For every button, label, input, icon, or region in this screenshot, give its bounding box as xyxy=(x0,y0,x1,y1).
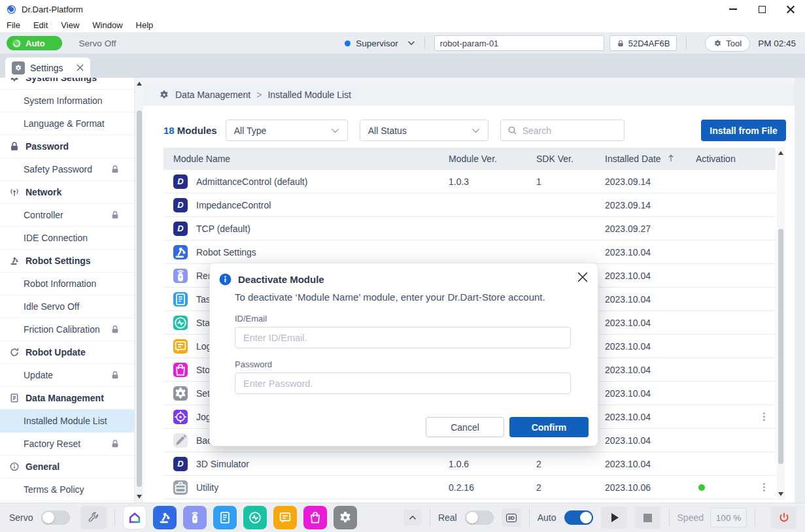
sidebar-item-password[interactable]: Password xyxy=(0,135,134,158)
sidebar-item-factory-reset[interactable]: Factory Reset xyxy=(0,433,134,456)
play-button[interactable] xyxy=(601,507,627,529)
speed-value-box[interactable]: 100 % xyxy=(710,508,747,527)
collapse-button[interactable] xyxy=(403,510,422,525)
column-module-ver[interactable]: Module Ver. xyxy=(449,154,536,164)
tab-close-icon[interactable] xyxy=(77,64,84,71)
module-count-suffix: Modules xyxy=(177,125,217,136)
taskbar-app-robot[interactable] xyxy=(153,506,177,529)
sidebar-item-terms-policy[interactable]: Terms & Policy xyxy=(0,478,134,501)
table-scroll-thumb[interactable] xyxy=(778,229,783,464)
search-box[interactable] xyxy=(500,120,625,141)
auto-toggle[interactable] xyxy=(564,510,593,525)
taskbar-app-gear[interactable] xyxy=(334,506,357,529)
menu-window[interactable]: Window xyxy=(92,20,122,30)
cancel-button[interactable]: Cancel xyxy=(426,417,504,437)
sidebar-item-friction-calibration[interactable]: Friction Calibration xyxy=(0,318,134,341)
installed-date: 2023.10.04 xyxy=(605,341,696,352)
scroll-down-arrow-icon[interactable] xyxy=(137,495,142,499)
taskbar-app-chat[interactable] xyxy=(273,506,297,529)
taskbar-app-remote[interactable] xyxy=(183,506,207,529)
lock-icon xyxy=(111,165,120,174)
sidebar-item-label: Robot Update xyxy=(26,347,86,357)
taskbar-app-bag[interactable] xyxy=(303,506,327,529)
menu-view[interactable]: View xyxy=(61,20,79,30)
user-role-label[interactable]: Supervisor xyxy=(356,39,398,48)
sidebar-item-network[interactable]: Network xyxy=(0,181,134,204)
taskbar-app-taskdoc[interactable] xyxy=(213,506,237,529)
sidebar-item-system-information[interactable]: System Information xyxy=(0,90,134,112)
robot-param-input[interactable] xyxy=(434,35,604,51)
scroll-up-arrow-icon[interactable] xyxy=(137,82,142,86)
install-from-file-button[interactable]: Install from File xyxy=(701,120,786,141)
menu-edit[interactable]: Edit xyxy=(33,20,48,30)
menu-help[interactable]: Help xyxy=(136,20,154,30)
close-button[interactable] xyxy=(776,0,805,18)
kebab-menu-icon[interactable] xyxy=(763,483,765,491)
scroll-up-arrow-icon[interactable] xyxy=(778,151,783,155)
sidebar-item-update[interactable]: Update xyxy=(0,364,134,387)
password-field[interactable] xyxy=(235,373,571,394)
dialog-close-icon[interactable] xyxy=(577,272,588,282)
table-row-robot-settings[interactable]: Robot Settings2023.10.04 xyxy=(163,241,776,264)
column-module-name[interactable]: Module Name xyxy=(163,154,449,164)
stop-icon xyxy=(643,514,652,522)
column-installed-date[interactable]: Installed Date xyxy=(605,154,696,164)
table-row-impedancecontrol[interactable]: DImpedanceControl2023.09.14 xyxy=(163,193,776,217)
column-sdk-ver[interactable]: SDK Ver. xyxy=(536,154,605,164)
window-scroll-gutter[interactable] xyxy=(795,78,805,503)
wrench-button[interactable] xyxy=(80,506,107,529)
sidebar-item-general[interactable]: General xyxy=(0,456,134,478)
table-scrollbar[interactable] xyxy=(777,147,785,500)
sidebar-item-safety-password[interactable]: Safety Password xyxy=(0,158,134,181)
auto-mode-badge[interactable]: Auto xyxy=(7,36,62,50)
speed-label: Speed xyxy=(677,512,704,523)
status-filter-select[interactable]: All Status xyxy=(360,120,488,141)
table-row-tcp-default[interactable]: DTCP (default)2023.09.27 xyxy=(163,217,776,241)
sidebar-item-robot-settings[interactable]: Robot Settings xyxy=(0,250,134,273)
sidebar-item-ide-connection[interactable]: IDE Connection xyxy=(0,227,134,250)
chevron-down-icon[interactable] xyxy=(407,41,415,46)
id-email-field[interactable] xyxy=(235,327,571,348)
search-input[interactable] xyxy=(522,125,608,136)
title-bar: Dr.Dart-Platform xyxy=(0,0,805,18)
sidebar-item-data-management[interactable]: Data Management xyxy=(0,387,134,410)
type-filter-select[interactable]: All Type xyxy=(226,120,348,141)
sort-up-arrow-icon[interactable] xyxy=(668,154,674,162)
menu-file[interactable]: File xyxy=(7,20,20,30)
table-row-utility[interactable]: Utility0.2.1622023.10.06 xyxy=(163,476,776,499)
sidebar-item-robot-information[interactable]: Robot Information xyxy=(0,273,134,295)
minimize-button[interactable] xyxy=(719,0,747,18)
scroll-down-arrow-icon[interactable] xyxy=(778,492,783,496)
stop-button[interactable] xyxy=(635,507,661,529)
installed-date: 2023.09.14 xyxy=(605,176,696,187)
column-activation[interactable]: Activation xyxy=(696,154,752,164)
3d-view-button[interactable]: 3D xyxy=(502,508,521,527)
module-icon xyxy=(173,410,188,424)
device-id-chip[interactable]: 52D4AF6B xyxy=(609,35,677,51)
tab-settings[interactable]: Settings xyxy=(5,58,90,78)
module-icon xyxy=(173,480,188,495)
sidebar-item-controller[interactable]: Controller xyxy=(0,204,134,227)
table-row-3d-simulator[interactable]: D3D Simulator1.0.622023.10.04 xyxy=(163,452,776,476)
sidebar-scroll-thumb[interactable] xyxy=(137,110,142,487)
table-row-admittancecontrol-default[interactable]: DAdmittanceControl (default)1.0.312023.0… xyxy=(163,170,776,193)
real-toggle[interactable] xyxy=(465,510,494,525)
servo-toggle[interactable] xyxy=(41,510,70,525)
taskbar-app-wave[interactable] xyxy=(243,506,267,529)
module-name: 3D Simulator xyxy=(196,459,249,469)
sidebar-item-installed-module-list[interactable]: Installed Module List xyxy=(0,410,134,433)
installed-date: 2023.10.04 xyxy=(605,388,696,399)
confirm-button[interactable]: Confirm xyxy=(509,417,589,437)
taskbar-app-home[interactable] xyxy=(123,506,146,529)
sidebar-scrollbar[interactable] xyxy=(134,78,143,503)
module-version: 1.0.3 xyxy=(449,176,536,187)
breadcrumb-section[interactable]: Data Management xyxy=(175,90,250,100)
sidebar-item-system-settings[interactable]: System Settings xyxy=(0,78,134,90)
tool-button[interactable]: Tool xyxy=(705,35,750,52)
sidebar-item-idle-servo-off[interactable]: Idle Servo Off xyxy=(0,295,134,318)
power-button[interactable] xyxy=(771,507,797,529)
kebab-menu-icon[interactable] xyxy=(763,412,765,421)
sidebar-item-robot-update[interactable]: Robot Update xyxy=(0,341,134,364)
sidebar-item-language-format[interactable]: Language & Format xyxy=(0,112,134,135)
maximize-button[interactable] xyxy=(747,0,776,18)
